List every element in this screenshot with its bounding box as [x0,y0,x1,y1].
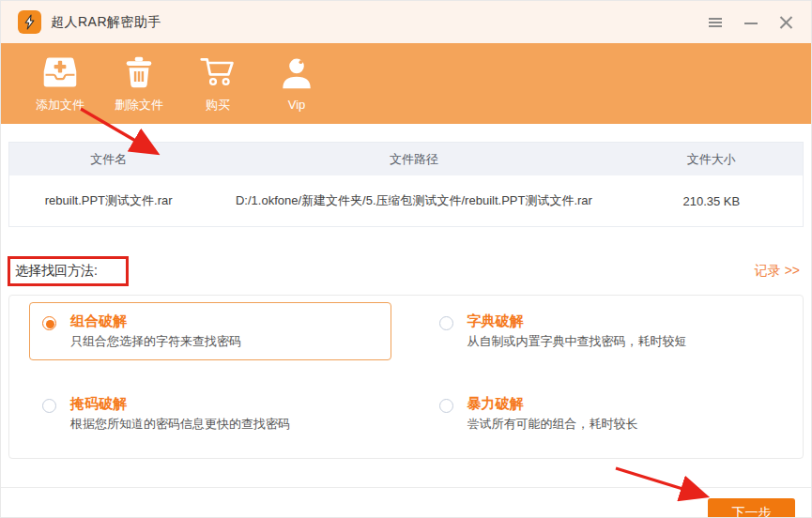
option-mask-crack[interactable]: 掩码破解 根据您所知道的密码信息更快的查找密码 [29,385,391,443]
radio-unselected-icon[interactable] [42,399,56,413]
cell-file-path: D:/1.okfone/新建文件夹/5.压缩包测试文件/rebuilt.PPT测… [207,192,620,209]
cell-file-size: 210.35 KB [620,194,803,208]
delete-file-label: 删除文件 [115,97,163,114]
next-step-button[interactable]: 下一步 [708,498,795,518]
option-title: 暴力破解 [467,396,638,410]
minimize-icon[interactable] [743,16,758,29]
option-title: 组合破解 [70,313,241,328]
file-table: 文件名 文件路径 文件大小 rebuilt.PPT测试文件.rar D:/1.o… [8,142,804,227]
option-title: 掩码破解 [70,396,290,410]
vip-label: Vip [288,98,306,112]
file-table-header: 文件名 文件路径 文件大小 [9,143,803,175]
app-logo-lightning-icon [18,10,41,34]
footer: 下一步 [1,488,811,518]
header-file-name: 文件名 [9,151,207,168]
header-file-path: 文件路径 [207,151,620,168]
toolbar: 添加文件 删除文件 购买 [1,43,811,124]
table-row[interactable]: rebuilt.PPT测试文件.rar D:/1.okfone/新建文件夹/5.… [9,175,803,226]
inbox-plus-icon [41,54,79,90]
add-file-label: 添加文件 [36,97,84,114]
option-desc: 只组合您选择的字符来查找密码 [70,335,241,347]
close-icon[interactable] [779,16,794,29]
user-icon [278,55,315,91]
cell-file-name: rebuilt.PPT测试文件.rar [9,192,207,209]
method-section-label: 选择找回方法: [8,256,129,286]
titlebar: 超人RAR解密助手 [1,1,811,43]
option-desc: 尝试所有可能的组合，耗时较长 [467,418,638,430]
menu-icon[interactable] [708,16,723,29]
header-file-size: 文件大小 [620,151,803,168]
method-options-panel: 组合破解 只组合您选择的字符来查找密码 字典破解 从自制或内置字典中查找密码，耗… [8,295,804,459]
cart-icon [199,54,237,90]
option-desc: 从自制或内置字典中查找密码，耗时较短 [467,335,687,347]
radio-selected-icon[interactable] [42,316,56,330]
radio-unselected-icon[interactable] [439,316,453,330]
option-bruteforce-crack[interactable]: 暴力破解 尝试所有可能的组合，耗时较长 [426,385,789,443]
delete-file-button[interactable]: 删除文件 [104,54,174,114]
window-title: 超人RAR解密助手 [51,14,161,31]
add-file-button[interactable]: 添加文件 [25,54,95,114]
option-dictionary-crack[interactable]: 字典破解 从自制或内置字典中查找密码，耗时较短 [426,302,789,360]
option-combination-crack[interactable]: 组合破解 只组合您选择的字符来查找密码 [29,302,391,360]
radio-unselected-icon[interactable] [439,399,453,413]
trash-icon [120,54,158,90]
buy-label: 购买 [206,97,230,114]
option-desc: 根据您所知道的密码信息更快的查找密码 [70,418,290,430]
records-link[interactable]: 记录 >> [755,263,804,280]
method-section-header: 选择找回方法: 记录 >> [8,256,804,286]
buy-button[interactable]: 购买 [183,54,253,114]
option-title: 字典破解 [467,313,687,328]
vip-button[interactable]: Vip [262,55,331,112]
